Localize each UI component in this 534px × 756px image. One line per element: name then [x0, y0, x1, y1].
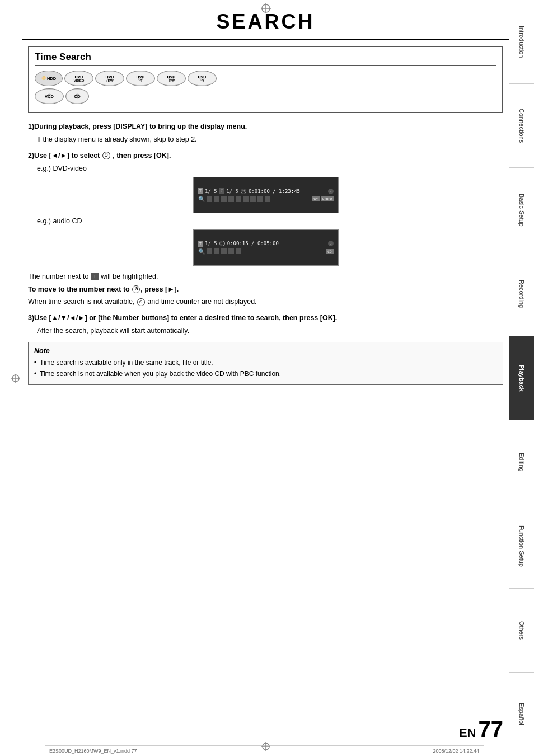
clock-icon: ⏱ — [102, 152, 110, 159]
highlight-section: The number next to T will be highlighted… — [28, 271, 503, 307]
time-search-title: Time Search — [35, 51, 496, 66]
dvd-display-row1: T 1/ 5 C 1/ 5 ⏱ 0:01:00 / 1:23:45 ↩ — [198, 188, 334, 194]
move-text: To move to the number next to ⏱, press [… — [28, 284, 503, 295]
sidebar-item-connections[interactable]: Connections — [509, 84, 534, 168]
note-list: Time search is available only in the sam… — [34, 358, 497, 379]
note-title: Note — [34, 347, 497, 355]
page-label: EN — [459, 726, 476, 740]
sidebar-item-espanol[interactable]: Español — [509, 673, 534, 756]
eg1-label: e.g.) DVD-video — [37, 163, 503, 174]
format-icon-dvd-minusr: DVD-R — [126, 71, 155, 86]
step1-heading: 1)During playback, press [DISPLAY] to br… — [28, 121, 503, 132]
sidebar-item-function-setup[interactable]: Function Setup — [509, 504, 534, 588]
step2-heading: 2)Use [◄/►] to select ⏱ , then press [OK… — [28, 151, 503, 161]
format-icon-dvd-video: DVDVIDEO — [64, 71, 93, 86]
step1-sub: If the display menu is already shown, sk… — [37, 134, 503, 145]
clock-icon2: ⏱ — [132, 285, 140, 293]
cd-display-row2: 🔍 CD — [198, 248, 334, 255]
cd-display-row1: T 1/ 5 ⏱ 0:00:15 / 0:05:00 ↩ — [198, 241, 334, 247]
step1-section: 1)During playback, press [DISPLAY] to br… — [28, 121, 503, 145]
sidebar-item-introduction[interactable]: Introduction — [509, 0, 534, 84]
page-number: 77 — [479, 717, 504, 742]
step2-section: 2)Use [◄/►] to select ⏱ , then press [OK… — [28, 151, 503, 266]
format-icons-row: 📀 HDD DVDVIDEO DVD+ — [35, 71, 496, 86]
step3-section: 3)Use [▲/▼/◄/►] or [the Number buttons] … — [28, 313, 503, 336]
format-icon-cd: CD — [65, 88, 89, 104]
cd-display-box: T 1/ 5 ⏱ 0:00:15 / 0:05:00 ↩ 🔍 CD — [193, 229, 339, 266]
sidebar-item-playback[interactable]: Playback — [509, 336, 534, 420]
highlight-text: The number next to T will be highlighted… — [28, 271, 503, 282]
page-number-area: EN 77 — [459, 717, 503, 742]
top-crosshair — [261, 3, 271, 15]
clock-icon3: ⏱ — [137, 298, 145, 306]
format-icon-dvd-r2: DVD-R — [188, 71, 217, 86]
sidebar-item-recording[interactable]: Recording — [509, 252, 534, 336]
unavailable-text: When time search is not available, ⏱ and… — [28, 297, 503, 307]
note-box: Note Time search is available only in th… — [28, 342, 503, 385]
left-margin — [0, 0, 22, 756]
t-icon: T — [91, 273, 99, 280]
dvd-display-row2: 🔍 DVD VIDEO — [198, 196, 334, 202]
main-content: SEARCH Time Search 📀 HDD DVDVIDEO — [22, 0, 509, 756]
right-sidebar: Introduction Connections Basic Setup Rec… — [509, 0, 534, 756]
sidebar-item-editing[interactable]: Editing — [509, 420, 534, 504]
sidebar-item-basic-setup[interactable]: Basic Setup — [509, 168, 534, 252]
eg2-label: e.g.) audio CD — [37, 216, 503, 227]
format-icon-dvd-minusrw: DVD-RW — [157, 71, 186, 86]
note-item-2: Time search is not available when you pl… — [34, 369, 497, 379]
footer-left: E2S00UD_H2160MW9_EN_v1.indd 77 — [49, 748, 137, 754]
left-crosshair — [11, 374, 20, 383]
step3-sub: After the search, playback will start au… — [37, 326, 503, 336]
format-icon-vcd: VCD — [35, 88, 64, 104]
format-icon-dvd-plusrw: DVD+RW — [95, 71, 124, 86]
time-search-box: Time Search 📀 HDD DVDVIDEO — [28, 46, 503, 113]
footer-right: 2008/12/02 14:22:44 — [433, 748, 479, 754]
format-icons-row2: VCD CD — [35, 88, 496, 104]
bottom-crosshair — [261, 742, 270, 753]
step3-heading: 3)Use [▲/▼/◄/►] or [the Number buttons] … — [28, 313, 503, 323]
note-item-1: Time search is available only in the sam… — [34, 358, 497, 368]
sidebar-item-others[interactable]: Others — [509, 589, 534, 673]
dvd-display-box: T 1/ 5 C 1/ 5 ⏱ 0:01:00 / 1:23:45 ↩ 🔍 — [193, 177, 339, 213]
format-icon-hdd: 📀 HDD — [35, 71, 63, 86]
